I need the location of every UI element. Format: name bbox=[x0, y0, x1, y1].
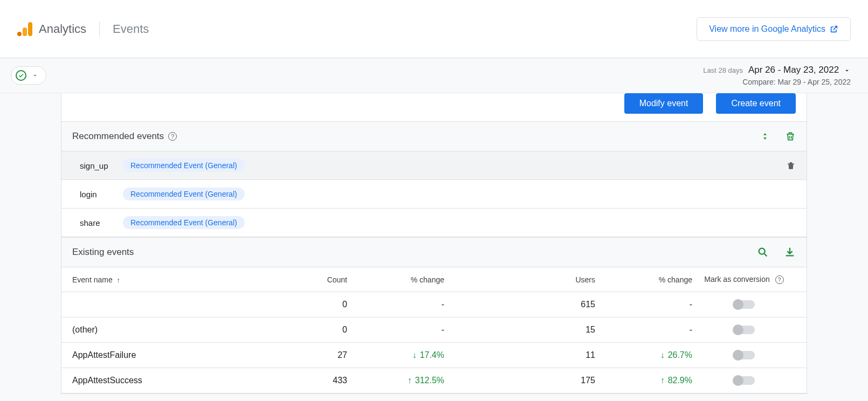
open-external-icon bbox=[830, 25, 838, 33]
filter-chip[interactable] bbox=[11, 66, 46, 85]
date-range-picker[interactable]: Last 28 days Apr 26 - May 23, 2022 Compa… bbox=[703, 65, 851, 86]
cell-count: 0 bbox=[283, 325, 347, 335]
cell-change: - bbox=[595, 300, 692, 309]
page-title: Events bbox=[113, 22, 149, 36]
recommended-section-header: Recommended events ? bbox=[61, 121, 807, 151]
recommended-row[interactable]: sign_up Recommended Event (General) bbox=[61, 151, 807, 180]
help-icon[interactable]: ? bbox=[168, 132, 177, 141]
svg-point-0 bbox=[759, 248, 765, 254]
help-icon[interactable]: ? bbox=[775, 275, 784, 284]
panel-actions: Modify event Create event bbox=[61, 93, 807, 121]
sort-asc-icon: ↑ bbox=[117, 276, 121, 284]
existing-title: Existing events bbox=[72, 247, 134, 258]
subheader: Last 28 days Apr 26 - May 23, 2022 Compa… bbox=[0, 58, 868, 93]
cell-users: 11 bbox=[444, 350, 595, 360]
create-event-button[interactable]: Create event bbox=[716, 93, 796, 114]
col-count-change[interactable]: % change bbox=[347, 275, 444, 284]
chevron-down-icon bbox=[32, 72, 38, 79]
existing-section-header: Existing events bbox=[61, 237, 807, 267]
recommended-row[interactable]: login Recommended Event (General) bbox=[61, 180, 807, 209]
col-count[interactable]: Count bbox=[283, 275, 347, 284]
arrow-up-icon: ↑ bbox=[408, 376, 412, 385]
col-users[interactable]: Users bbox=[444, 275, 595, 284]
conversion-toggle[interactable] bbox=[733, 326, 755, 334]
download-icon[interactable] bbox=[784, 246, 796, 258]
arrow-down-icon: ↓ bbox=[660, 350, 665, 360]
cell-change: ↓26.7% bbox=[595, 350, 692, 360]
compare-range: Compare: Mar 29 - Apr 25, 2022 bbox=[703, 78, 851, 86]
recommended-title: Recommended events bbox=[72, 131, 164, 142]
cell-users: 175 bbox=[444, 376, 595, 385]
cell-toggle bbox=[692, 300, 796, 309]
arrow-down-icon: ↓ bbox=[412, 350, 417, 360]
conversion-toggle[interactable] bbox=[733, 300, 755, 309]
cell-event-name: (other) bbox=[72, 325, 283, 335]
delete-icon[interactable] bbox=[786, 160, 796, 171]
arrow-up-icon: ↑ bbox=[660, 376, 665, 385]
cell-toggle bbox=[692, 326, 796, 334]
cell-toggle bbox=[692, 376, 796, 385]
conversion-toggle[interactable] bbox=[733, 351, 755, 359]
date-range-label: Last 28 days bbox=[703, 66, 743, 74]
app-header: Analytics Events View more in Google Ana… bbox=[0, 0, 868, 58]
recommended-row[interactable]: share Recommended Event (General) bbox=[61, 209, 807, 237]
cell-change: - bbox=[347, 300, 444, 309]
cell-count: 27 bbox=[283, 350, 347, 360]
analytics-logo bbox=[17, 22, 32, 36]
conversion-toggle[interactable] bbox=[733, 376, 755, 385]
table-row[interactable]: AppAttestSuccess 433 ↑312.5% 175 ↑82.9% bbox=[61, 368, 807, 393]
cell-users: 615 bbox=[444, 300, 595, 309]
col-event-name[interactable]: Event name ↑ bbox=[72, 275, 283, 284]
content-area: Modify event Create event Recommended ev… bbox=[0, 93, 868, 401]
cell-toggle bbox=[692, 351, 796, 359]
modify-event-button[interactable]: Modify event bbox=[624, 93, 704, 114]
cell-change: ↑312.5% bbox=[347, 376, 444, 385]
table-row[interactable]: AppAttestFailure 27 ↓17.4% 11 ↓26.7% bbox=[61, 343, 807, 368]
search-icon[interactable] bbox=[757, 246, 769, 258]
col-mark-conversion: Mark as conversion ? bbox=[692, 275, 796, 284]
events-panel: Modify event Create event Recommended ev… bbox=[61, 93, 807, 394]
delete-icon[interactable] bbox=[785, 130, 796, 142]
cell-count: 433 bbox=[283, 376, 347, 385]
date-range-value: Apr 26 - May 23, 2022 bbox=[748, 65, 839, 75]
brand-name: Analytics bbox=[39, 22, 86, 36]
cell-event-name: AppAttestSuccess bbox=[72, 376, 283, 385]
chevron-down-icon bbox=[843, 67, 851, 74]
cell-count: 0 bbox=[283, 300, 347, 309]
view-more-label: View more in Google Analytics bbox=[709, 24, 825, 34]
cell-change: ↑82.9% bbox=[595, 376, 692, 385]
recommended-pill: Recommended Event (General) bbox=[123, 188, 245, 200]
expand-collapse-icon[interactable] bbox=[760, 131, 770, 142]
view-more-button[interactable]: View more in Google Analytics bbox=[697, 17, 851, 41]
table-row[interactable]: (other) 0 - 15 - bbox=[61, 317, 807, 343]
recommended-pill: Recommended Event (General) bbox=[123, 159, 245, 172]
header-divider bbox=[99, 22, 100, 37]
cell-event-name: AppAttestFailure bbox=[72, 350, 283, 360]
table-row[interactable]: 0 - 615 - bbox=[61, 292, 807, 317]
cell-users: 15 bbox=[444, 325, 595, 335]
col-users-change[interactable]: % change bbox=[595, 275, 692, 284]
recommended-event-name: share bbox=[80, 218, 112, 227]
check-circle-icon bbox=[16, 70, 26, 81]
recommended-pill: Recommended Event (General) bbox=[123, 216, 245, 229]
cell-change: ↓17.4% bbox=[347, 350, 444, 360]
header-left: Analytics Events bbox=[17, 22, 149, 37]
table-header: Event name ↑ Count % change Users % chan… bbox=[61, 267, 807, 292]
recommended-event-name: sign_up bbox=[80, 161, 112, 170]
recommended-event-name: login bbox=[80, 190, 112, 199]
cell-change: - bbox=[595, 325, 692, 335]
cell-change: - bbox=[347, 325, 444, 335]
